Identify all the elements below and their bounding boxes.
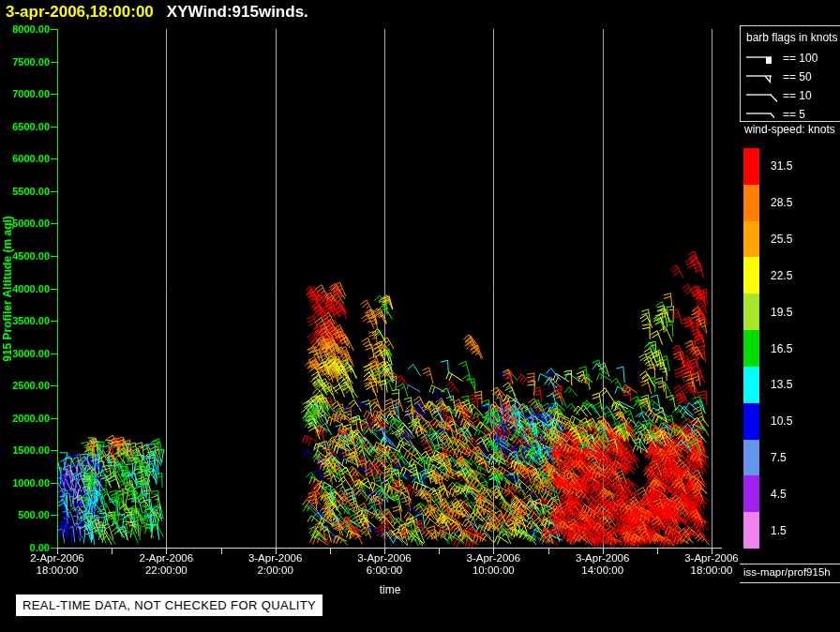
y-tick-label: 6500.00 xyxy=(0,121,50,132)
half-barb-icon xyxy=(743,106,779,123)
y-tick-label: 2500.00 xyxy=(0,380,50,391)
barb-legend-label: == 5 xyxy=(783,108,805,121)
x-tick-label: 3-Apr-200618:00:00 xyxy=(668,552,755,577)
y-tick-label: 3500.00 xyxy=(0,315,50,326)
colorbar-value-label: 16.5 xyxy=(771,343,808,355)
colorbar-block xyxy=(743,293,759,330)
plot-name: XYWind:915winds. xyxy=(167,3,308,21)
colorbar-block xyxy=(743,330,759,367)
legend-left-border xyxy=(740,25,741,122)
y-tick-label: 500.00 xyxy=(0,509,50,520)
colorbar-value-label: 4.5 xyxy=(771,489,808,501)
profiler-plot-window: 3-apr-2006,18:00:00XYWind:915winds. 915 … xyxy=(0,0,840,632)
colorbar-value-label: 13.5 xyxy=(771,379,808,391)
colorbar-value-label: 22.5 xyxy=(771,270,808,282)
y-tick-label: 5000.00 xyxy=(0,218,50,229)
barb-legend-row-10: == 10 xyxy=(743,86,812,105)
y-tick-label: 7500.00 xyxy=(0,56,50,68)
quality-notice: REAL-TIME DATA, NOT CHECKED FOR QUALITY xyxy=(16,594,322,616)
legend-top-divider xyxy=(740,25,840,26)
x-tick-label: 2-Apr-200618:00:00 xyxy=(14,552,100,577)
colorbar-value-label: 7.5 xyxy=(771,452,808,464)
x-tick-label: 3-Apr-20066:00:00 xyxy=(341,552,428,577)
y-tick-label: 8000.00 xyxy=(0,23,50,35)
colorbar-block xyxy=(743,403,759,440)
colorbar-block xyxy=(743,440,759,476)
x-tick-label: 3-Apr-200610:00:00 xyxy=(450,552,536,577)
wind-barb-plot-canvas xyxy=(0,0,840,632)
colorbar-value-label: 28.5 xyxy=(771,197,808,209)
solid-flag-icon xyxy=(743,50,779,67)
barb-legend-title: barb flags in knots xyxy=(746,31,837,44)
y-tick-label: 1000.00 xyxy=(0,477,50,489)
x-axis-title: time xyxy=(362,583,418,596)
barb-legend-label: == 50 xyxy=(783,70,812,83)
colorbar-block xyxy=(743,512,759,549)
y-tick-label: 7000.00 xyxy=(0,88,50,99)
colorbar-value-label: 10.5 xyxy=(771,415,808,428)
open-flag-icon xyxy=(743,68,779,85)
barb-legend-label: == 100 xyxy=(783,52,818,65)
y-tick-label: 4000.00 xyxy=(0,283,50,294)
y-tick-label: 5500.00 xyxy=(0,186,50,197)
barb-legend-label: == 10 xyxy=(783,89,812,102)
colorbar-block xyxy=(743,367,759,403)
y-tick-label: 4500.00 xyxy=(0,250,50,262)
colorbar-block xyxy=(743,475,759,512)
colorbar-value-label: 25.5 xyxy=(771,233,808,246)
colorbar-block xyxy=(743,257,759,293)
plot-title-bar: 3-apr-2006,18:00:00XYWind:915winds. xyxy=(6,3,308,22)
x-tick-label: 3-Apr-20062:00:00 xyxy=(232,552,319,577)
full-barb-icon xyxy=(743,87,779,104)
barb-legend-row-50: == 50 xyxy=(743,68,812,86)
x-tick-label: 3-Apr-200614:00:00 xyxy=(560,552,646,577)
data-source-label: iss-mapr/prof915h xyxy=(743,566,831,578)
barb-legend-row-100: == 100 xyxy=(743,49,818,68)
y-tick-label: 3000.00 xyxy=(0,348,50,359)
footer-top-divider xyxy=(740,564,840,564)
colorbar-title: wind-speed: knots xyxy=(744,123,835,136)
colorbar-value-label: 19.5 xyxy=(771,307,808,319)
colorbar-value-label: 1.5 xyxy=(771,525,808,537)
barb-legend-row-5: == 5 xyxy=(743,105,805,124)
footer-bottom-divider xyxy=(740,582,840,583)
y-tick-label: 2000.00 xyxy=(0,413,50,424)
y-tick-label: 6000.00 xyxy=(0,153,50,164)
colorbar-value-label: 31.5 xyxy=(771,160,808,173)
x-tick-label: 2-Apr-200622:00:00 xyxy=(123,552,209,577)
y-tick-label: 1500.00 xyxy=(0,444,50,456)
colorbar-block xyxy=(743,185,759,221)
plot-timestamp: 3-apr-2006,18:00:00 xyxy=(6,3,154,21)
colorbar-block xyxy=(743,148,759,185)
colorbar-block xyxy=(743,221,759,258)
